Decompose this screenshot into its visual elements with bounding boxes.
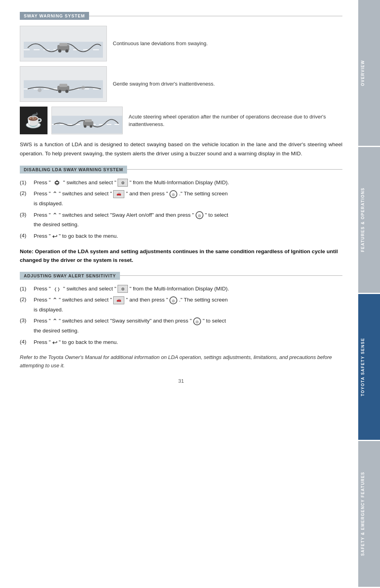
sway-diagram-1 <box>24 29 103 59</box>
italic-note: Refer to the Toyota Owner's Manual for a… <box>20 353 342 370</box>
car-illustration-1 <box>20 26 107 61</box>
car-illustration-2 <box>20 66 107 102</box>
svg-point-19 <box>89 125 92 128</box>
coffee-icon-box: ☕ <box>20 107 48 134</box>
left-right-arrow-icon-2: ❬❭ <box>53 286 61 292</box>
image-row-2: Gentle swaying from driver's inattentive… <box>20 66 342 102</box>
svg-point-11 <box>65 90 68 93</box>
svg-point-10 <box>58 90 61 93</box>
image-row-1: Continuous lane deviations from swaying. <box>20 26 342 61</box>
ok-button-icon-3: ◎ <box>169 296 177 304</box>
up-down-icon: ⌃ <box>52 191 57 197</box>
car-illustration-3 <box>51 107 123 134</box>
step-4-adjust: (4) Press " ↩ " to go back to the menu. <box>20 338 342 348</box>
up-down-icon-3: ⌃ <box>52 297 57 304</box>
sws-body-text: SWS is a function of LDA and is designed… <box>20 140 342 158</box>
svg-rect-9 <box>59 84 67 87</box>
ok-button-icon-4: ◎ <box>193 317 201 325</box>
sidebar-tab-features: FEATURES & OPERATIONS <box>358 147 380 293</box>
svg-point-18 <box>84 125 87 128</box>
step-1-disable: (1) Press " ❬❭ " switches and select " ⚙… <box>20 178 342 187</box>
mid-icon: ⚙ <box>118 179 128 187</box>
mid-icon-2: ⚙ <box>118 285 128 293</box>
sidebar-tab-toyota: TOYOTA SAFETY SENSE <box>358 294 380 440</box>
adjusting-steps: (1) Press " ❬❭ " switches and select " ⚙… <box>20 284 342 348</box>
description-3: Acute steering wheel operation after the… <box>129 113 342 128</box>
step-1-adjust: (1) Press " ❬❭ " switches and select " ⚙… <box>20 284 342 293</box>
up-down-icon-2: ⌃ <box>52 212 57 219</box>
svg-rect-17 <box>85 119 92 122</box>
page-number: 31 <box>20 378 342 384</box>
sway-diagram-3 <box>52 106 122 136</box>
lda-icon: 🚗 <box>113 190 124 198</box>
back-icon: ↩ <box>52 233 57 240</box>
svg-point-5 <box>65 49 68 52</box>
step-3-adjust: (3) Press " ⌃ " switches and select "Swa… <box>20 316 342 335</box>
step-2-disable: (2) Press " ⌃ " switches and select " 🚗 … <box>20 189 342 208</box>
coffee-icon: ☕ <box>25 112 43 129</box>
header-rule <box>89 16 342 16</box>
disabling-steps: (1) Press " ❬❭ " switches and select " ⚙… <box>20 178 342 242</box>
lda-icon-2: 🚗 <box>113 296 124 304</box>
image-row-3: ☕ Acute steering wheel op <box>20 107 342 134</box>
subsection-title-1: DISABLING LDA SWAY WARNING SYSTEM <box>20 166 127 174</box>
step-4-disable: (4) Press " ↩ " to go back to the menu. <box>20 231 342 242</box>
section-header: SWAY WARNING SYSTEM <box>20 12 342 20</box>
ok-button-icon-2: ◎ <box>196 211 203 219</box>
ok-button-icon: ◎ <box>169 190 177 198</box>
description-1: Continuous lane deviations from swaying. <box>113 40 208 48</box>
svg-point-4 <box>58 49 61 52</box>
right-sidebar: OVERVIEW FEATURES & OPERATIONS TOYOTA SA… <box>358 0 380 588</box>
svg-rect-3 <box>59 43 67 46</box>
section-title: SWAY WARNING SYSTEM <box>20 12 89 20</box>
step-3-disable: (3) Press " ⌃ " switches and select "Swa… <box>20 210 342 229</box>
svg-text:❬❭: ❬❭ <box>54 287 60 292</box>
up-down-icon-4: ⌃ <box>52 318 57 325</box>
sidebar-tab-safety: SAFETY & EMERGENCY FEATURES <box>358 441 380 587</box>
svg-text:❬❭: ❬❭ <box>54 180 60 185</box>
subsection-title-2: ADJUSTING SWAY ALERT SENSITIVITY <box>20 272 120 280</box>
sidebar-tab-overview: OVERVIEW <box>358 0 380 146</box>
disabling-note: Note: Operation of the LDA system and se… <box>20 247 342 264</box>
subsection-rule-1 <box>127 169 342 170</box>
subsection-rule-2 <box>120 275 342 276</box>
icon-and-diagram: ☕ <box>20 107 123 134</box>
description-2: Gentle swaying from driver's inattentive… <box>113 80 215 88</box>
sway-diagram-2 <box>24 69 103 99</box>
svg-point-12 <box>38 88 42 92</box>
subsection-header-1: DISABLING LDA SWAY WARNING SYSTEM <box>20 166 342 174</box>
back-icon-2: ↩ <box>52 339 57 346</box>
step-2-adjust: (2) Press " ⌃ " switches and select " 🚗 … <box>20 295 342 314</box>
svg-point-13 <box>81 86 85 90</box>
subsection-header-2: ADJUSTING SWAY ALERT SENSITIVITY <box>20 272 342 280</box>
left-right-arrow-icon: ❬❭ <box>53 179 61 186</box>
